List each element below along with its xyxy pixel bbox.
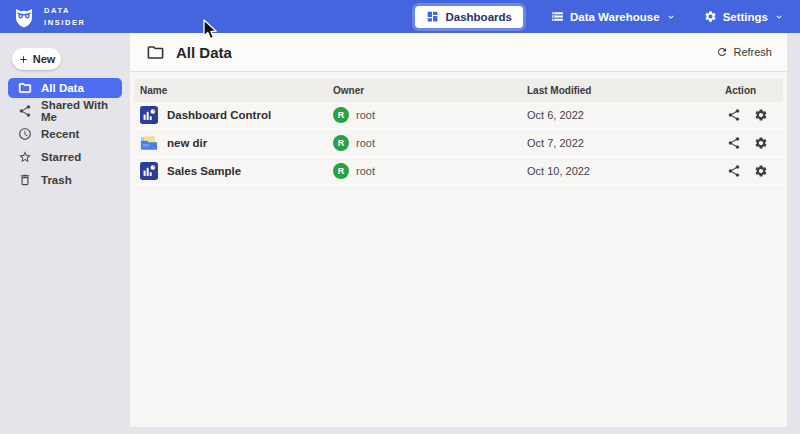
- clock-icon: [18, 127, 32, 141]
- owner-avatar: R: [333, 135, 349, 151]
- column-header-name: Name: [134, 85, 333, 96]
- owner-name: root: [356, 165, 375, 177]
- nav-data-warehouse-label: Data Warehouse: [570, 11, 660, 23]
- column-header-last-modified: Last Modified: [527, 85, 716, 96]
- owner-name: root: [356, 137, 375, 149]
- top-nav: Dashboards Data Warehouse Settings: [415, 6, 784, 28]
- new-button-label: New: [33, 53, 56, 65]
- column-header-action: Action: [716, 85, 783, 96]
- sidebar-item-label: Trash: [41, 174, 72, 186]
- share-icon: [18, 104, 32, 118]
- table-row[interactable]: Dashboard Control R root Oct 6, 2022: [134, 102, 783, 130]
- owner-avatar: R: [333, 107, 349, 123]
- brand-text: DATA INSIDER: [44, 5, 86, 28]
- owner-avatar: R: [333, 163, 349, 179]
- last-modified: Oct 6, 2022: [527, 109, 584, 121]
- settings-action-icon[interactable]: [754, 108, 768, 122]
- share-action-icon[interactable]: [727, 136, 741, 150]
- plus-icon: [18, 54, 29, 65]
- content-header: All Data Refresh: [130, 33, 787, 72]
- row-name: new dir: [167, 137, 207, 149]
- share-action-icon[interactable]: [727, 108, 741, 122]
- data-table: Name Owner Last Modified Action Dashboar…: [134, 79, 783, 186]
- share-action-icon[interactable]: [727, 164, 741, 178]
- new-button[interactable]: New: [12, 48, 61, 70]
- last-modified: Oct 7, 2022: [527, 137, 584, 149]
- row-name: Dashboard Control: [167, 109, 271, 121]
- sidebar: New All Data Shared With Me Recent Starr…: [0, 33, 130, 434]
- table-row[interactable]: Sales Sample R root Oct 10, 2022: [134, 158, 783, 186]
- sidebar-item-label: Starred: [41, 151, 81, 163]
- sidebar-item-label: Shared With Me: [41, 99, 122, 123]
- folder-icon: [18, 81, 32, 95]
- nav-data-warehouse[interactable]: Data Warehouse: [551, 10, 676, 23]
- dashboard-file-icon: [140, 162, 158, 180]
- mouse-cursor: [203, 19, 218, 41]
- folder-icon: [146, 43, 165, 62]
- brand-logo[interactable]: DATA INSIDER: [12, 5, 86, 29]
- table-header: Name Owner Last Modified Action: [134, 79, 783, 102]
- page-title: All Data: [176, 44, 716, 61]
- owl-logo-icon: [12, 5, 36, 29]
- nav-dashboards-button[interactable]: Dashboards: [415, 6, 522, 28]
- column-header-owner: Owner: [333, 85, 527, 96]
- refresh-button[interactable]: Refresh: [716, 46, 772, 58]
- sidebar-item-all-data[interactable]: All Data: [8, 78, 122, 98]
- folder-file-icon: [140, 134, 158, 152]
- nav-dashboards-label: Dashboards: [445, 11, 511, 23]
- owner-name: root: [356, 109, 375, 121]
- refresh-icon: [716, 46, 728, 58]
- sidebar-list: All Data Shared With Me Recent Starred T…: [0, 78, 130, 190]
- trash-icon: [18, 173, 32, 187]
- star-icon: [18, 150, 32, 164]
- table-row[interactable]: new dir R root Oct 7, 2022: [134, 130, 783, 158]
- gear-icon: [704, 10, 717, 23]
- chevron-down-icon: [774, 12, 784, 22]
- top-bar: DATA INSIDER Dashboards Data Warehouse S…: [0, 0, 800, 33]
- settings-action-icon[interactable]: [754, 136, 768, 150]
- last-modified: Oct 10, 2022: [527, 165, 590, 177]
- main-content: All Data Refresh Name Owner Last Modifie…: [130, 33, 787, 427]
- sidebar-item-starred[interactable]: Starred: [8, 147, 122, 167]
- sidebar-item-shared-with-me[interactable]: Shared With Me: [8, 101, 122, 121]
- sidebar-item-recent[interactable]: Recent: [8, 124, 122, 144]
- nav-settings[interactable]: Settings: [704, 10, 784, 23]
- row-name: Sales Sample: [167, 165, 241, 177]
- nav-settings-label: Settings: [723, 11, 768, 23]
- refresh-label: Refresh: [733, 46, 772, 58]
- sidebar-item-label: Recent: [41, 128, 79, 140]
- dashboard-icon: [426, 10, 439, 23]
- database-icon: [551, 10, 564, 23]
- sidebar-item-trash[interactable]: Trash: [8, 170, 122, 190]
- sidebar-item-label: All Data: [41, 82, 84, 94]
- dashboard-file-icon: [140, 106, 158, 124]
- settings-action-icon[interactable]: [754, 164, 768, 178]
- chevron-down-icon: [666, 12, 676, 22]
